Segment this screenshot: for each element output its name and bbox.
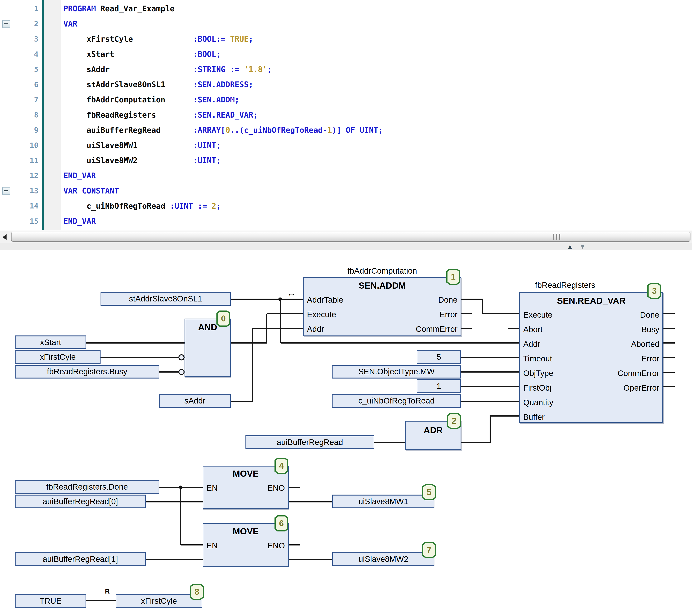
- code-text: uiSlave8MW1 :UINT;: [63, 138, 221, 153]
- wire: [146, 559, 202, 560]
- pin-addr: Addr: [307, 325, 324, 334]
- execution-order-badge: 0: [216, 310, 230, 327]
- wire: [288, 544, 300, 546]
- code-text: VAR: [63, 16, 77, 31]
- line-number: 7: [8, 92, 39, 107]
- pin-abort: Abort: [523, 325, 542, 334]
- literal-box-firstobj[interactable]: 1: [417, 379, 461, 393]
- reset-marker: R: [105, 588, 110, 595]
- code-text: uiSlave8MW2 :UINT;: [63, 153, 221, 168]
- var-box-auiBufferRegRead0[interactable]: auiBufferRegRead[0]: [15, 494, 146, 508]
- code-line[interactable]: 5 sAddr :STRING := '1.8';: [0, 62, 692, 77]
- var-box-uiSlave8MW2[interactable]: uiSlave8MW2: [332, 552, 434, 566]
- splitter-down-icon[interactable]: ▼: [579, 243, 586, 250]
- wire: [281, 343, 519, 344]
- pin-aborted: Aborted: [631, 339, 659, 349]
- execution-order-badge: 8: [190, 584, 204, 600]
- wire: [101, 357, 179, 358]
- block-sen-read-var[interactable]: SEN.READ_VAR Execute Abort Addr Timeout …: [519, 292, 663, 423]
- wire: [267, 313, 304, 314]
- code-line[interactable]: 11 uiSlave8MW2 :UINT;: [0, 153, 692, 168]
- wire: [461, 371, 519, 373]
- declaration-editor[interactable]: 1PROGRAM Read_Var_Example2VAR3 xFirstCyl…: [0, 0, 692, 230]
- var-box-xFirstCyle-reset[interactable]: xFirstCyle: [116, 594, 202, 608]
- wire-junction: [179, 486, 182, 489]
- block-type-label: SEN.ADDM: [304, 280, 460, 291]
- scrollbar-thumb[interactable]: [11, 232, 690, 242]
- block-and[interactable]: AND: [185, 318, 231, 377]
- code-line[interactable]: 10 uiSlave8MW1 :UINT;: [0, 138, 692, 153]
- block-sen-addm[interactable]: SEN.ADDM AddrTable Execute Addr Done Err…: [303, 277, 461, 336]
- code-line[interactable]: 1PROGRAM Read_Var_Example: [0, 1, 692, 16]
- pin-objtype: ObjType: [523, 369, 553, 378]
- pin-buffer: Buffer: [523, 413, 545, 422]
- negation-circle: [178, 369, 185, 375]
- pin-addr: Addr: [523, 339, 540, 349]
- wire: [288, 487, 300, 488]
- code-text: xStart :BOOL;: [63, 47, 221, 62]
- instance-label-fbAddrComputation: fbAddrComputation: [303, 266, 461, 276]
- code-line[interactable]: 15END_VAR: [0, 214, 692, 229]
- pin-execute: Execute: [523, 310, 553, 320]
- code-line[interactable]: 4 xStart :BOOL;: [0, 47, 692, 62]
- code-line[interactable]: 13VAR CONSTANT: [0, 183, 692, 198]
- wire: [461, 328, 472, 329]
- wire: [288, 501, 332, 502]
- minus-icon: [4, 191, 8, 191]
- var-box-uiSlave8MW1[interactable]: uiSlave8MW1: [332, 494, 434, 508]
- wire: [86, 600, 116, 601]
- splitter-up-icon[interactable]: ▲: [567, 243, 573, 250]
- wire: [230, 401, 253, 402]
- pin-done: Done: [640, 310, 659, 320]
- horizontal-scrollbar[interactable]: [0, 230, 692, 243]
- pin-quantity: Quantity: [523, 398, 553, 407]
- wire: [230, 299, 304, 300]
- code-line[interactable]: 7 fbAddrComputation :SEN.ADDM;: [0, 92, 692, 107]
- scroll-left-button[interactable]: [0, 231, 10, 243]
- block-type-label: SEN.READ_VAR: [520, 295, 663, 306]
- wire: [461, 386, 519, 387]
- instance-label-fbReadRegisters: fbReadRegisters: [519, 281, 611, 290]
- line-number: 5: [8, 62, 39, 77]
- pin-error: Error: [440, 310, 457, 319]
- var-box-fbReadRegisters-busy[interactable]: fbReadRegisters.Busy: [15, 365, 159, 378]
- wire: [663, 313, 675, 314]
- literal-box-true[interactable]: TRUE: [15, 594, 86, 608]
- code-line[interactable]: 2VAR: [0, 16, 692, 31]
- var-box-fbReadRegisters-done[interactable]: fbReadRegisters.Done: [15, 480, 159, 494]
- negation-circle: [178, 354, 185, 360]
- var-box-auiBufferRegRead1[interactable]: auiBufferRegRead[1]: [15, 552, 146, 566]
- scroll-left-icon: [3, 234, 6, 240]
- code-text: stAddrSlave8OnSL1 :SEN.ADDRESS;: [63, 77, 253, 92]
- code-text: fbReadRegisters :SEN.READ_VAR;: [63, 107, 258, 123]
- code-line[interactable]: 14 c_uiNbOfRegToRead :UINT := 2;: [0, 198, 692, 214]
- line-number: 8: [8, 107, 39, 123]
- pin-timeout: Timeout: [523, 354, 552, 363]
- code-line[interactable]: 8 fbReadRegisters :SEN.READ_VAR;: [0, 107, 692, 123]
- execution-order-badge: 1: [446, 269, 460, 285]
- pin-commerror: CommError: [618, 369, 659, 378]
- code-line[interactable]: 12END_VAR: [0, 168, 692, 183]
- code-line[interactable]: 9 auiBufferRegRead :ARRAY[0..(c_uiNbOfRe…: [0, 123, 692, 138]
- pin-opererror: OperError: [623, 383, 659, 393]
- var-box-xStart[interactable]: xStart: [15, 335, 86, 349]
- code-line[interactable]: 3 xFirstCyle :BOOL:= TRUE;: [0, 31, 692, 47]
- wire: [230, 343, 267, 344]
- thumb-grip-icon: [556, 234, 557, 240]
- var-box-auiBufferRegRead[interactable]: auiBufferRegRead: [245, 435, 374, 449]
- var-box-objtype[interactable]: SEN.ObjectType.MW: [332, 365, 461, 378]
- var-box-sAddr[interactable]: sAddr: [159, 394, 231, 408]
- splitter-bar[interactable]: ▲ ▼: [0, 243, 692, 250]
- execution-order-badge: 6: [275, 515, 288, 531]
- line-number: 1: [8, 1, 39, 16]
- wire-junction: [278, 298, 282, 301]
- wire: [280, 299, 281, 343]
- var-box-stAddrSlave8OnSL1[interactable]: stAddrSlave8OnSL1: [101, 292, 231, 306]
- var-box-quantity[interactable]: c_uiNbOfRegToRead: [332, 394, 461, 408]
- literal-box-timeout[interactable]: 5: [417, 350, 461, 364]
- wire: [663, 386, 675, 387]
- wire: [663, 328, 675, 329]
- var-box-xFirstCyle[interactable]: xFirstCyle: [15, 350, 101, 364]
- code-line[interactable]: 6 stAddrSlave8OnSL1 :SEN.ADDRESS;: [0, 77, 692, 92]
- pin-en: EN: [207, 483, 218, 493]
